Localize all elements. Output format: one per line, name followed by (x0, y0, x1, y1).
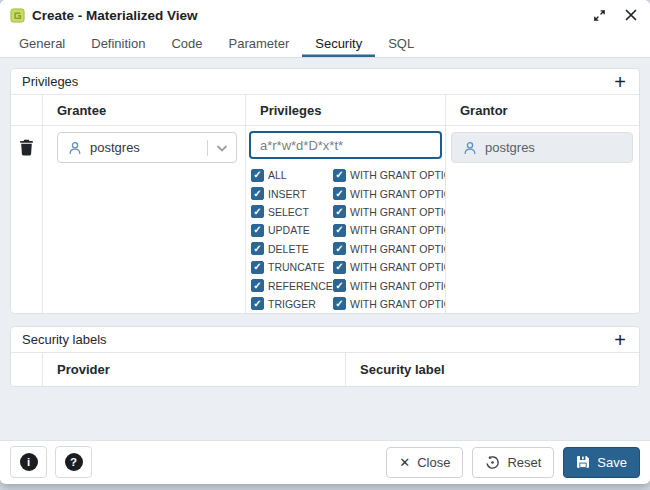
add-security-label-button[interactable]: + (612, 330, 628, 350)
close-button-label: Close (417, 455, 450, 470)
security-labels-section: Security labels + Provider Security labe… (10, 326, 640, 387)
dialog-footer: i ? ✕ Close Reset Save (0, 440, 650, 483)
create-materialized-view-dialog: Create - Materialized View GeneralDefini… (0, 0, 650, 484)
save-button[interactable]: Save (563, 447, 640, 478)
grant-option-label: WITH GRANT OPTION (350, 280, 446, 292)
close-icon[interactable] (624, 8, 638, 22)
privilege-checkbox[interactable] (251, 205, 264, 218)
privilege-checkbox[interactable] (251, 187, 264, 200)
grant-option-checkbox[interactable] (333, 205, 346, 218)
privilege-row: SELECTWITH GRANT OPTION (251, 203, 445, 221)
grant-option-checkbox[interactable] (333, 261, 346, 274)
help-icon: ? (65, 453, 83, 471)
grant-option-label: WITH GRANT OPTION (350, 188, 446, 200)
grantee-cell: postgres (43, 126, 246, 313)
column-header-actions (11, 95, 43, 126)
dialog-tabbar: GeneralDefinitionCodeParameterSecuritySQ… (0, 30, 650, 58)
privilege-checkbox[interactable] (251, 242, 264, 255)
info-button[interactable]: i (10, 446, 47, 478)
info-icon: i (20, 453, 38, 471)
maximize-icon[interactable] (592, 8, 606, 22)
grant-option-checkbox[interactable] (333, 224, 346, 237)
privilege-row: UPDATEWITH GRANT OPTION (251, 221, 445, 239)
grant-option-checkbox[interactable] (333, 242, 346, 255)
help-button[interactable]: ? (55, 446, 92, 478)
privilege-checkbox[interactable] (251, 279, 264, 292)
security-tab-panel: Privileges + Grantee Privileges Grantor (0, 58, 650, 440)
close-x-icon: ✕ (399, 455, 410, 470)
privilege-label: REFERENCES (268, 280, 340, 292)
privileges-input[interactable] (249, 131, 442, 159)
privilege-row: DELETEWITH GRANT OPTION (251, 240, 445, 258)
grant-option-label: WITH GRANT OPTION (350, 169, 446, 181)
grantor-field: postgres (451, 132, 633, 163)
privilege-label: UPDATE (268, 224, 310, 236)
column-header-provider: Provider (43, 353, 346, 386)
privileges-table: Grantee Privileges Grantor postgres (11, 95, 639, 313)
privilege-checkbox[interactable] (251, 297, 264, 310)
tab-security[interactable]: Security (302, 30, 375, 57)
close-button[interactable]: ✕ Close (386, 447, 463, 478)
reset-button-label: Reset (507, 455, 541, 470)
user-icon (462, 140, 478, 156)
reset-icon (485, 455, 500, 470)
privilege-row: INSERTWITH GRANT OPTION (251, 184, 445, 202)
tab-sql[interactable]: SQL (375, 30, 427, 57)
grant-option-checkbox[interactable] (333, 187, 346, 200)
grant-option-label: WITH GRANT OPTION (350, 243, 446, 255)
tab-parameter[interactable]: Parameter (216, 30, 303, 57)
privilege-label: TRIGGER (268, 298, 316, 310)
reset-button[interactable]: Reset (472, 447, 554, 478)
titlebar: Create - Materialized View (0, 0, 650, 30)
grant-option-label: WITH GRANT OPTION (350, 261, 446, 273)
delete-row-icon[interactable] (19, 139, 34, 313)
privilege-row: TRUNCATEWITH GRANT OPTION (251, 258, 445, 276)
column-header-actions (11, 353, 43, 386)
security-labels-section-header: Security labels + (11, 327, 639, 353)
dialog-title: Create - Materialized View (32, 8, 198, 23)
grant-option-checkbox[interactable] (333, 297, 346, 310)
privilege-checkbox[interactable] (251, 224, 264, 237)
privileges-section: Privileges + Grantee Privileges Grantor (10, 68, 640, 314)
materialized-view-icon (10, 8, 25, 23)
grant-option-label: WITH GRANT OPTION (350, 298, 446, 310)
tab-definition[interactable]: Definition (78, 30, 158, 57)
add-privilege-button[interactable]: + (612, 72, 628, 92)
privilege-label: TRUNCATE (268, 261, 324, 273)
privilege-label: DELETE (268, 243, 309, 255)
tab-code[interactable]: Code (158, 30, 215, 57)
grant-option-label: WITH GRANT OPTION (350, 224, 446, 236)
column-header-privileges: Privileges (246, 95, 446, 126)
grant-option-label: WITH GRANT OPTION (350, 206, 446, 218)
privilege-row: TRIGGERWITH GRANT OPTION (251, 295, 445, 313)
privilege-label: ALL (268, 169, 287, 181)
column-header-grantee: Grantee (43, 95, 246, 126)
security-labels-table: Provider Security label (11, 353, 639, 386)
privileges-cell: ALLWITH GRANT OPTIONINSERTWITH GRANT OPT… (246, 126, 446, 313)
tab-general[interactable]: General (6, 30, 78, 57)
security-labels-section-title: Security labels (22, 332, 107, 347)
privilege-label: SELECT (268, 206, 309, 218)
user-icon (67, 140, 83, 156)
privilege-checkbox[interactable] (251, 169, 264, 182)
column-header-grantor: Grantor (446, 95, 639, 126)
grantor-value: postgres (485, 140, 535, 155)
row-actions-cell (11, 126, 43, 313)
save-button-label: Save (597, 455, 627, 470)
combo-separator (207, 140, 208, 156)
privilege-checkbox[interactable] (251, 261, 264, 274)
grant-option-checkbox[interactable] (333, 279, 346, 292)
privilege-checkbox-list: ALLWITH GRANT OPTIONINSERTWITH GRANT OPT… (251, 166, 445, 313)
column-header-security-label: Security label (346, 353, 639, 386)
privilege-label: INSERT (268, 188, 306, 200)
chevron-down-icon[interactable] (214, 140, 230, 156)
privileges-section-title: Privileges (22, 74, 78, 89)
privilege-row: ALLWITH GRANT OPTION (251, 166, 445, 184)
privileges-section-header: Privileges + (11, 69, 639, 95)
privilege-row: REFERENCESWITH GRANT OPTION (251, 276, 445, 294)
grantor-cell: postgres (446, 126, 639, 313)
grant-option-checkbox[interactable] (333, 169, 346, 182)
grantee-select[interactable]: postgres (57, 132, 237, 163)
grantee-selected-value: postgres (90, 140, 207, 155)
save-icon (576, 455, 590, 469)
